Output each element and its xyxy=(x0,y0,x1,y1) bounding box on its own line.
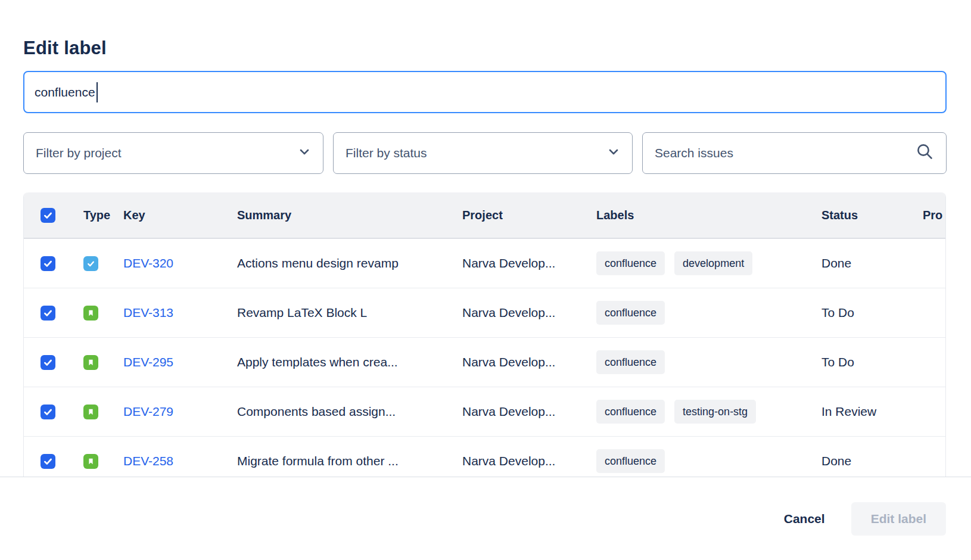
task-icon xyxy=(83,256,98,271)
issue-summary: Components based assign... xyxy=(237,405,462,419)
row-checkbox[interactable] xyxy=(41,454,55,469)
row-checkbox[interactable] xyxy=(41,306,55,321)
table-header-row: Type Key Summary Project Labels Status P… xyxy=(24,192,946,239)
issue-project: Narva Develop... xyxy=(462,454,596,468)
filter-by-project-select[interactable]: Filter by project xyxy=(23,132,323,174)
issue-status: In Review xyxy=(821,405,923,419)
issue-summary: Revamp LaTeX Block L xyxy=(237,306,462,320)
search-issues-input[interactable]: Search issues xyxy=(642,132,947,174)
label-chip: development xyxy=(674,251,752,275)
issue-project: Narva Develop... xyxy=(462,306,596,320)
issue-project: Narva Develop... xyxy=(462,405,596,419)
issue-key-link[interactable]: DEV-313 xyxy=(123,306,173,319)
label-chip: confluence xyxy=(596,449,665,473)
column-header-project: Project xyxy=(462,209,596,222)
table-row: DEV-258 Migrate formula from other ... N… xyxy=(24,437,946,477)
issues-table: Type Key Summary Project Labels Status P… xyxy=(23,192,946,477)
label-chip: confluence xyxy=(596,350,665,374)
row-checkbox[interactable] xyxy=(41,256,55,271)
issue-key-link[interactable]: DEV-295 xyxy=(123,355,173,369)
column-header-pro: Pro xyxy=(923,209,946,222)
table-row: DEV-320 Actions menu design revamp Narva… xyxy=(24,239,946,288)
chevron-down-icon xyxy=(607,145,620,161)
filter-by-status-select[interactable]: Filter by status xyxy=(333,132,633,174)
chevron-down-icon xyxy=(298,145,311,161)
issue-summary: Migrate formula from other ... xyxy=(237,454,462,468)
issue-key-link[interactable]: DEV-279 xyxy=(123,405,173,418)
label-chip: confluence xyxy=(596,301,665,325)
row-checkbox[interactable] xyxy=(41,355,55,370)
search-placeholder: Search issues xyxy=(655,146,733,160)
edit-label-button[interactable]: Edit label xyxy=(851,502,946,536)
label-input[interactable]: confluence xyxy=(23,71,947,113)
table-row: DEV-279 Components based assign... Narva… xyxy=(24,387,946,437)
issue-status: To Do xyxy=(821,355,923,369)
column-header-summary: Summary xyxy=(237,209,462,222)
column-header-labels: Labels xyxy=(596,209,821,222)
column-header-key: Key xyxy=(123,209,237,222)
search-icon xyxy=(916,142,934,164)
label-input-value: confluence xyxy=(35,85,95,99)
issue-project: Narva Develop... xyxy=(462,256,596,270)
issue-status: Done xyxy=(821,454,923,468)
filter-by-status-placeholder: Filter by status xyxy=(346,146,427,160)
filter-by-project-placeholder: Filter by project xyxy=(36,146,122,160)
text-caret xyxy=(97,82,98,102)
row-checkbox[interactable] xyxy=(41,405,55,419)
story-icon xyxy=(83,454,98,469)
label-chip: testing-on-stg xyxy=(674,400,756,424)
story-icon xyxy=(83,306,98,321)
cancel-button[interactable]: Cancel xyxy=(778,512,831,526)
story-icon xyxy=(83,405,98,419)
issue-project: Narva Develop... xyxy=(462,355,596,369)
table-row: DEV-295 Apply templates when crea... Nar… xyxy=(24,338,946,387)
issue-key-link[interactable]: DEV-320 xyxy=(123,256,173,270)
page-title: Edit label xyxy=(23,38,107,59)
table-row: DEV-313 Revamp LaTeX Block L Narva Devel… xyxy=(24,288,946,338)
story-icon xyxy=(83,355,98,370)
column-header-status: Status xyxy=(821,209,923,222)
label-chip: confluence xyxy=(596,400,665,424)
column-header-type: Type xyxy=(79,209,123,222)
dialog-footer: Cancel Edit label xyxy=(0,477,971,560)
select-all-checkbox[interactable] xyxy=(41,208,55,223)
issue-status: Done xyxy=(821,256,923,270)
issue-key-link[interactable]: DEV-258 xyxy=(123,454,173,468)
issue-summary: Actions menu design revamp xyxy=(237,256,462,270)
issue-summary: Apply templates when crea... xyxy=(237,355,462,369)
issue-status: To Do xyxy=(821,306,923,320)
label-chip: confluence xyxy=(596,251,665,275)
